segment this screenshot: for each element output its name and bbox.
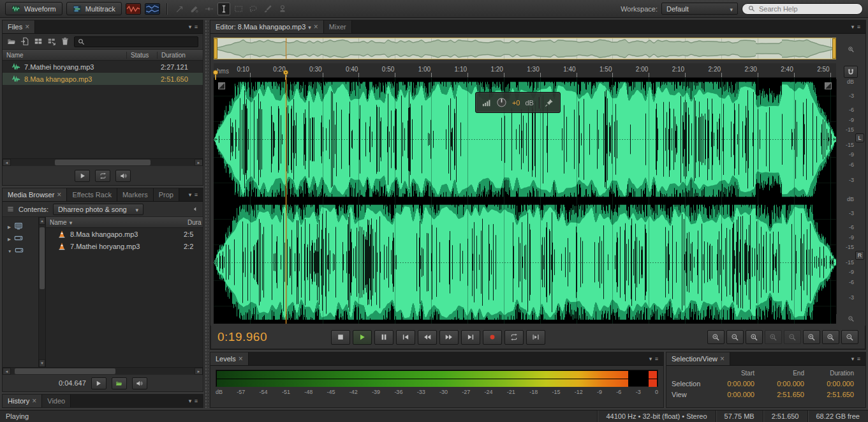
tab-levels[interactable]: Levels (210, 352, 249, 365)
scroll-thumb[interactable] (40, 227, 45, 289)
snap-toggle-button[interactable] (844, 66, 858, 78)
fade-out-handle[interactable] (825, 82, 832, 89)
scroll-track[interactable] (11, 159, 195, 166)
record-button[interactable] (483, 330, 502, 345)
loop-playback-button[interactable] (504, 330, 524, 345)
playhead-line[interactable] (286, 78, 286, 324)
paintbrush-selection-tool[interactable] (261, 3, 274, 15)
skip-to-start-button[interactable] (396, 330, 415, 345)
clip-indicator[interactable] (649, 371, 657, 379)
media-column-header[interactable]: Name Dura (46, 217, 203, 228)
scroll-left-icon[interactable] (3, 368, 11, 375)
scroll-thumb[interactable] (15, 368, 115, 374)
view-range-left-handle[interactable] (214, 38, 217, 59)
zoom-to-selection-button[interactable] (746, 330, 763, 344)
clip-indicator[interactable] (649, 379, 657, 387)
tree-vertical-scrollbar[interactable]: ▲ ▼ (38, 217, 46, 367)
razor-tool[interactable] (188, 3, 201, 15)
panel-splitter[interactable] (204, 20, 209, 408)
zoom-out-full-button[interactable] (841, 330, 858, 344)
tab-markers[interactable]: Markers (117, 188, 154, 201)
close-icon[interactable] (57, 191, 61, 199)
tree-item[interactable] (3, 232, 38, 244)
close-icon[interactable] (239, 355, 243, 363)
contents-dropdown[interactable]: Dharreo photo & song (53, 204, 143, 215)
waveform-editor[interactable]: +0 dB (214, 78, 836, 324)
files-search[interactable] (74, 36, 198, 47)
rewind-button[interactable] (418, 330, 437, 345)
preview-loop-button[interactable] (95, 170, 110, 182)
panel-menu-icon[interactable] (847, 352, 865, 365)
files-search-input[interactable] (88, 38, 195, 45)
media-horizontal-scrollbar[interactable] (3, 367, 203, 375)
amplitude-zoom-icon[interactable] (848, 315, 855, 322)
media-preview-play-button[interactable] (91, 377, 107, 389)
pin-icon[interactable] (545, 98, 554, 107)
spot-healing-brush-tool[interactable] (276, 3, 289, 15)
scroll-left-icon[interactable] (3, 159, 11, 166)
insert-into-cd-button[interactable] (47, 37, 56, 46)
play-button[interactable] (353, 330, 372, 345)
tree-item[interactable] (3, 244, 38, 256)
fast-forward-button[interactable] (439, 330, 459, 345)
import-file-button[interactable] (20, 37, 29, 46)
list-view-icon[interactable] (7, 206, 14, 213)
overview-waveform[interactable] (214, 38, 836, 59)
media-autoplay-button[interactable] (112, 377, 127, 389)
gain-knob[interactable] (496, 97, 507, 108)
vertical-zoom-icon[interactable] (848, 46, 855, 53)
timeline-ruler[interactable]: hms 0:100:200:300:400:501:001:101:201:30… (214, 63, 836, 78)
preview-mute-button[interactable] (115, 170, 131, 182)
pause-button[interactable] (374, 330, 394, 345)
zoom-in-amplitude-button[interactable] (765, 330, 782, 344)
scroll-track[interactable] (39, 225, 45, 359)
tab-prop[interactable]: Prop (154, 188, 179, 201)
zoom-in-at-out-point-button[interactable] (822, 330, 839, 344)
collapse-panel-icon[interactable] (191, 206, 198, 213)
channel-left-button[interactable]: L (855, 133, 864, 142)
stop-button[interactable] (331, 330, 350, 345)
files-column-header[interactable]: Name Status Duration (3, 50, 203, 61)
help-search[interactable] (742, 3, 863, 15)
fade-in-handle[interactable] (218, 82, 225, 89)
zoom-out-time-button[interactable] (726, 330, 744, 344)
tab-media-browser[interactable]: Media Browser (3, 188, 67, 201)
scroll-down-icon[interactable]: ▼ (39, 359, 45, 367)
skip-selection-button[interactable] (526, 330, 545, 345)
close-icon[interactable] (32, 397, 36, 405)
zoom-out-amplitude-button[interactable] (784, 330, 801, 344)
panel-menu-icon[interactable] (847, 20, 865, 33)
panel-menu-icon[interactable] (645, 352, 663, 365)
tree-item[interactable] (3, 220, 38, 232)
waveform-view-button[interactable]: Waveform (5, 2, 63, 15)
slip-tool[interactable] (203, 3, 216, 15)
scroll-up-icon[interactable]: ▲ (39, 217, 45, 225)
close-icon[interactable] (720, 355, 725, 363)
move-tool[interactable] (173, 3, 186, 15)
level-meter[interactable] (216, 370, 658, 387)
preview-play-button[interactable] (75, 170, 90, 182)
tab-effects-rack[interactable]: Effects Rack (67, 188, 117, 201)
skip-to-end-button[interactable] (461, 330, 480, 345)
tab-history[interactable]: History (3, 395, 42, 407)
file-row[interactable]: 7.Mathei horyang.mp32:27.121 (3, 61, 203, 73)
zoom-in-time-button[interactable] (707, 330, 725, 344)
close-icon[interactable] (25, 23, 29, 31)
lasso-selection-tool[interactable] (247, 3, 260, 15)
media-file-row[interactable]: 7.Mathei horyang.mp32:2 (46, 240, 203, 252)
zoom-in-at-in-point-button[interactable] (803, 330, 820, 344)
time-selection-tool[interactable] (217, 3, 230, 15)
view-range-right-handle[interactable] (832, 38, 836, 59)
media-mute-button[interactable] (132, 377, 147, 389)
marker-pin-icon[interactable] (212, 70, 219, 80)
waveform-display[interactable] (214, 78, 836, 324)
multitrack-view-button[interactable]: Multitrack (66, 2, 122, 15)
blue-clip-thumbnail-button[interactable] (145, 3, 160, 15)
open-file-button[interactable] (7, 37, 16, 46)
tab-files[interactable]: Files (3, 20, 35, 33)
remove-file-button[interactable] (61, 37, 70, 46)
insert-into-multitrack-button[interactable] (34, 37, 43, 46)
scroll-thumb[interactable] (55, 160, 151, 165)
overview-navigator[interactable] (214, 38, 836, 59)
scroll-right-icon[interactable] (195, 159, 203, 166)
